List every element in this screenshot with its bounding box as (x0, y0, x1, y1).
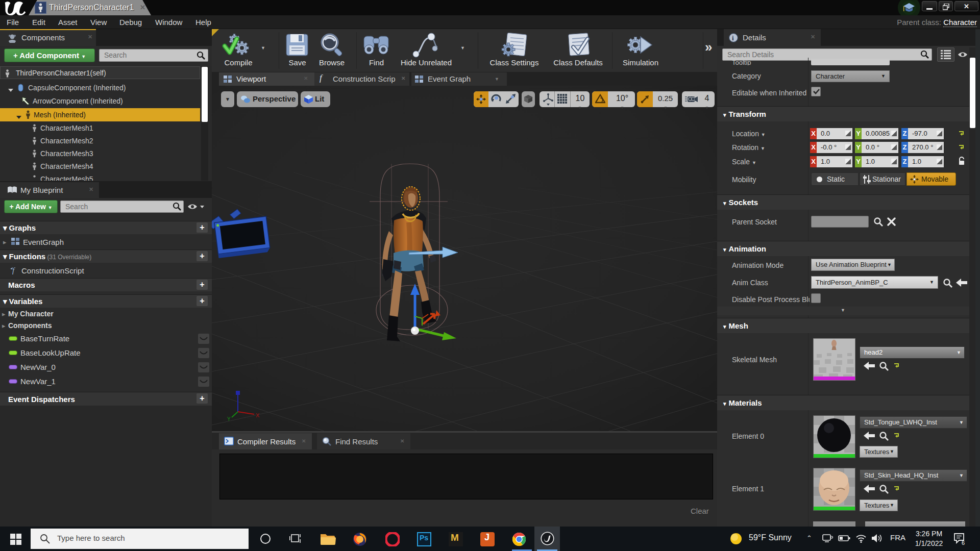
svg-text:i: i (732, 34, 734, 42)
svg-text:f: f (12, 266, 15, 274)
svg-text:Y: Y (227, 416, 231, 422)
svg-text:X: X (256, 412, 260, 418)
